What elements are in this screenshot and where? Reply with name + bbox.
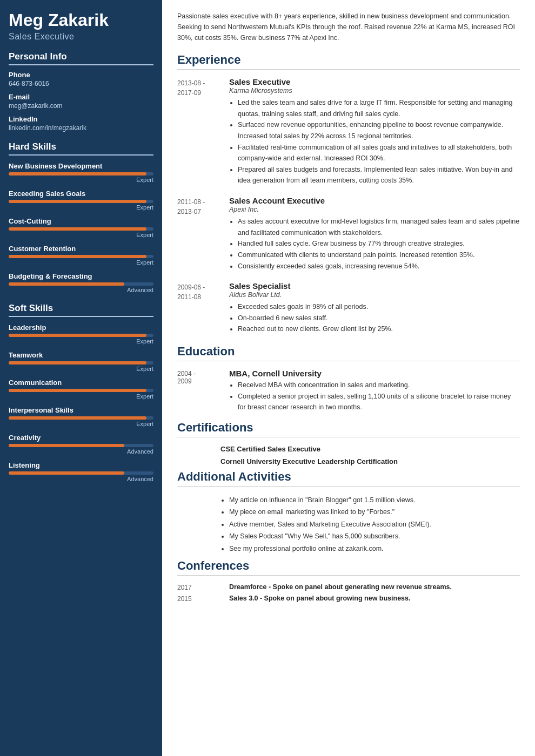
hard-skill-item: Exceeding Sales GoalsExpert (9, 190, 153, 211)
email-value: meg@zakarik.com (9, 102, 153, 110)
skill-name: Leadership (9, 323, 153, 332)
soft-skill-item: CommunicationExpert (9, 379, 153, 400)
hard-skills-list: New Business DevelopmentExpertExceeding … (9, 162, 153, 293)
hard-skill-item: Budgeting & ForecastingAdvanced (9, 272, 153, 293)
skill-bar-fill (9, 444, 124, 447)
activities-list: My article on influence in "Brain Blogge… (177, 494, 520, 555)
skill-name: Interpersonal Skills (9, 406, 153, 414)
skill-level: Expert (9, 366, 153, 372)
exp-bullet: On-boarded 6 new sales staff. (238, 313, 520, 324)
skill-level: Advanced (9, 476, 153, 482)
exp-job-title: Sales Account Executive (229, 196, 520, 205)
exp-content: Sales SpecialistAldus Bolivar Ltd.Exceed… (229, 281, 520, 335)
exp-bullet: As sales account executive for mid-level… (238, 216, 520, 238)
exp-bullets: As sales account executive for mid-level… (229, 216, 520, 272)
hard-skills-heading: Hard Skills (9, 141, 153, 156)
soft-skill-item: ListeningAdvanced (9, 461, 153, 482)
exp-bullet: Handled full sales cycle. Grew business … (238, 238, 520, 249)
exp-bullet: Exceeded sales goals in 98% of all perio… (238, 301, 520, 313)
exp-job-title: Sales Specialist (229, 281, 520, 291)
hard-skill-item: Cost-CuttingExpert (9, 217, 153, 238)
conf-desc: Dreamforce - Spoke on panel about genera… (229, 583, 452, 591)
conference-item: 2015Sales 3.0 - Spoke on panel about gro… (177, 595, 520, 603)
exp-content: Sales Account ExecutiveApexi Inc.As sale… (229, 196, 520, 272)
edu-bullet: Received MBA with concentration in sales… (238, 380, 520, 391)
exp-date: 2011-08 - 2013-07 (177, 196, 220, 272)
exp-company: Aldus Bolivar Ltd. (229, 291, 520, 299)
skill-name: Creativity (9, 434, 153, 442)
skill-bar-bg (9, 282, 153, 286)
soft-skill-item: LeadershipExpert (9, 323, 153, 345)
activities-heading: Additional Activities (177, 470, 520, 487)
skill-level: Expert (9, 259, 153, 266)
skill-bar-fill (9, 227, 146, 231)
certification-item: CSE Certified Sales Executive (177, 445, 520, 453)
skill-bar-fill (9, 416, 146, 420)
soft-skills-heading: Soft Skills (9, 303, 153, 317)
exp-date: 2009-06 - 2011-08 (177, 281, 220, 335)
certifications-list: CSE Certified Sales ExecutiveCornell Uni… (177, 445, 520, 465)
skill-bar-bg (9, 416, 153, 420)
soft-skill-item: TeamworkExpert (9, 351, 153, 372)
conference-item: 2017Dreamforce - Spoke on panel about ge… (177, 583, 520, 591)
exp-bullets: Led the sales team and sales drive for a… (229, 97, 520, 186)
skill-bar-bg (9, 172, 153, 176)
activity-item: My piece on email marketing was linked t… (229, 506, 520, 518)
experience-item: 2009-06 - 2011-08Sales SpecialistAldus B… (177, 281, 520, 335)
education-heading: Education (177, 345, 520, 361)
experience-list: 2013-08 - 2017-09Sales ExecutiveKarma Mi… (177, 77, 520, 335)
skill-bar-bg (9, 255, 153, 258)
person-title: Sales Executive (9, 32, 153, 42)
conf-desc: Sales 3.0 - Spoke on panel about growing… (229, 595, 411, 603)
linkedin-value: linkedin.com/in/megzakarik (9, 124, 153, 132)
exp-job-title: Sales Executive (229, 77, 520, 86)
skill-bar-bg (9, 361, 153, 364)
exp-bullet: Prepared all sales budgets and forecasts… (238, 164, 520, 186)
skill-level: Expert (9, 204, 153, 211)
skill-bar-fill (9, 255, 146, 258)
skill-bar-bg (9, 471, 153, 475)
personal-info-heading: Personal Info (9, 51, 153, 65)
cert-name: CSE Certified Sales Executive (177, 445, 520, 453)
summary: Passionate sales executive with 8+ years… (177, 11, 520, 43)
skill-name: Teamwork (9, 351, 153, 359)
skill-bar-fill (9, 172, 146, 176)
edu-bullets: Received MBA with concentration in sales… (229, 380, 520, 413)
activity-item: See my professional portfolio online at … (229, 543, 520, 555)
exp-bullet: Facilitated real-time communication of a… (238, 142, 520, 164)
experience-heading: Experience (177, 53, 520, 70)
linkedin-label: LinkedIn (9, 115, 153, 123)
conf-year: 2015 (177, 595, 220, 603)
education-list: 2004 - 2009MBA, Cornell UniversityReceiv… (177, 369, 520, 413)
certification-item: Cornell University Executive Leadership … (177, 457, 520, 465)
skill-bar-fill (9, 334, 146, 337)
skill-name: Communication (9, 379, 153, 387)
exp-content: Sales ExecutiveKarma MicrosystemsLed the… (229, 77, 520, 186)
soft-skill-item: CreativityAdvanced (9, 434, 153, 455)
exp-company: Karma Microsystems (229, 87, 520, 94)
conferences-list: 2017Dreamforce - Spoke on panel about ge… (177, 583, 520, 603)
skill-bar-bg (9, 334, 153, 337)
skill-level: Advanced (9, 287, 153, 293)
conf-year: 2017 (177, 583, 220, 591)
sidebar: Meg Zakarik Sales Executive Personal Inf… (0, 0, 162, 756)
phone-value: 646-873-6016 (9, 80, 153, 87)
soft-skill-item: Interpersonal SkillsExpert (9, 406, 153, 427)
skill-name: Budgeting & Forecasting (9, 272, 153, 280)
soft-skills-list: LeadershipExpertTeamworkExpertCommunicat… (9, 323, 153, 482)
skill-name: Cost-Cutting (9, 217, 153, 225)
skill-level: Expert (9, 232, 153, 238)
experience-item: 2011-08 - 2013-07Sales Account Executive… (177, 196, 520, 272)
exp-company: Apexi Inc. (229, 206, 520, 213)
edu-date: 2004 - 2009 (177, 369, 220, 413)
person-name: Meg Zakarik (9, 11, 153, 30)
skill-level: Expert (9, 338, 153, 345)
skill-name: Listening (9, 461, 153, 469)
skill-name: New Business Development (9, 162, 153, 170)
skill-bar-fill (9, 361, 146, 364)
edu-degree: MBA, Cornell University (229, 369, 520, 378)
skill-name: Customer Retention (9, 245, 153, 253)
exp-bullet: Led the sales team and sales drive for a… (238, 97, 520, 119)
skill-bar-bg (9, 444, 153, 447)
experience-item: 2013-08 - 2017-09Sales ExecutiveKarma Mi… (177, 77, 520, 186)
